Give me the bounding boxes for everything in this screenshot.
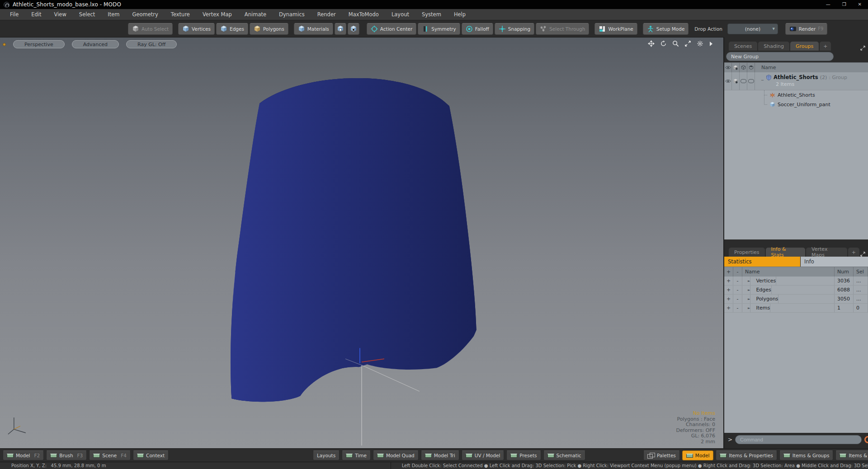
row-expand-button[interactable]: + [724,295,733,303]
stats-row-edges[interactable]: + - ►Edges 6088 ... [724,286,868,295]
presets-layout-button[interactable]: Presets [506,450,541,460]
menu-vertex-map[interactable]: Vertex Map [196,9,238,20]
edges-button[interactable]: Edges [216,23,248,35]
tab-advanced[interactable]: Advanced [72,40,119,48]
tree-item-soccer-uniform-pant[interactable]: Soccer_Uniform_pant [724,100,868,109]
items-shading-button[interactable]: Items & Shading [835,450,868,460]
subtab-statistics[interactable]: Statistics [724,257,800,267]
mode-model-button[interactable]: Model F2 [3,450,44,460]
items-groups-button[interactable]: Items & Groups [779,450,834,460]
pan-icon[interactable] [648,40,655,47]
tab-info-stats[interactable]: Info & Stats [766,248,805,257]
gear-icon[interactable] [697,40,703,47]
layouts-button[interactable]: Layouts [313,450,340,460]
select-column-icon[interactable] [747,63,755,72]
expand-menu-icon[interactable] [709,41,713,47]
row-arrow-icon[interactable]: ► [745,295,750,303]
tab-perspective[interactable]: Perspective [13,40,65,48]
workplane-button[interactable]: WorkPlane [594,23,637,35]
menu-dynamics[interactable]: Dynamics [273,9,311,20]
menu-layout[interactable]: Layout [385,9,415,20]
rotate-icon[interactable] [660,40,667,47]
select-mode-b-button[interactable] [348,23,359,35]
panel-expand-icon[interactable] [860,252,865,257]
row-arrow-icon[interactable]: ► [745,277,750,285]
model-tri-layout-button[interactable]: Model Tri [421,450,459,460]
row-collapse-button[interactable]: - [733,286,742,294]
auto-select-button[interactable]: Auto Select [128,23,173,35]
tab-properties[interactable]: Properties [729,248,765,257]
menu-edit[interactable]: Edit [25,9,47,20]
drop-action-select[interactable]: (none) ▼ [727,23,778,34]
group-row-athletic-shorts[interactable]: _ Athletic_Shorts (2) : Group 2 Items [724,72,868,90]
shorts-model[interactable] [0,38,723,448]
render-toggle-icon[interactable] [732,72,740,90]
mode-brush-button[interactable]: Brush F3 [46,450,87,460]
row-expand-button[interactable]: + [724,304,733,312]
add-tab-button[interactable]: + [820,42,831,51]
visibility-column-eye-icon[interactable] [724,63,732,72]
command-history-icon[interactable] [864,436,868,443]
row-collapse-button[interactable]: - [733,295,742,303]
toggle-checkbox[interactable] [740,72,747,90]
tab-scenes[interactable]: Scenes [729,42,757,51]
stats-row-polygons[interactable]: + - ►Polygons 3050 ... [724,295,868,304]
model-quad-layout-button[interactable]: Model Quad [373,450,419,460]
row-arrow-icon[interactable]: ► [745,286,750,294]
group-label-cell[interactable]: _ Athletic_Shorts (2) : Group 2 Items [755,72,868,90]
uv-model-layout-button[interactable]: UV / Model [462,450,505,460]
action-center-button[interactable]: Action Center [367,23,417,35]
row-arrow-icon[interactable]: ► [745,304,750,312]
add-tab-button[interactable]: + [848,248,859,257]
select-mode-a-button[interactable] [335,23,346,35]
menu-system[interactable]: System [415,9,448,20]
snapping-button[interactable]: Snapping [495,23,534,35]
select-through-button[interactable]: Select Through [536,23,589,35]
render-button[interactable]: Render F9 [785,23,828,35]
tab-vertex-maps[interactable]: Vertex Maps [806,248,847,257]
menu-help[interactable]: Help [448,9,472,20]
menu-file[interactable]: File [4,9,25,20]
new-group-button[interactable]: New Group [726,52,834,61]
tree-empty-area[interactable] [724,109,868,239]
panel-expand-icon[interactable] [860,46,865,51]
menu-render[interactable]: Render [311,9,342,20]
zoom-icon[interactable] [672,40,679,47]
row-collapse-button[interactable]: - [733,277,742,285]
panel-divider[interactable] [724,239,868,243]
menu-texture[interactable]: Texture [165,9,196,20]
lock-column-icon[interactable] [740,63,747,72]
menu-animate[interactable]: Animate [238,9,273,20]
workspace-model-button[interactable]: Model [682,450,714,460]
menu-view[interactable]: View [48,9,73,20]
command-input[interactable] [735,435,862,444]
tab-ray-gl[interactable]: Ray GL: Off [126,40,177,48]
mode-scene-button[interactable]: Scene F4 [89,450,131,460]
materials-button[interactable]: Materials [294,23,333,35]
palettes-button[interactable]: Palettes [643,450,680,460]
tree-item-athletic-shorts[interactable]: Athletic_Shorts [724,90,868,100]
row-expand-button[interactable]: + [724,277,733,285]
menu-maxtomodo[interactable]: MaxToModo [342,9,385,20]
maximize-button[interactable]: ❐ [842,0,846,9]
menu-select[interactable]: Select [73,9,101,20]
tab-groups[interactable]: Groups [790,42,819,51]
schematic-layout-button[interactable]: Schematic [543,450,585,460]
items-properties-button[interactable]: Items & Properties [716,450,777,460]
subtab-info[interactable]: Info [800,257,868,267]
polygons-button[interactable]: Polygons [250,23,288,35]
stats-row-items[interactable]: + - ►Items 1 0 [724,304,868,313]
maximize-viewport-icon[interactable] [684,40,691,47]
menu-geometry[interactable]: Geometry [126,9,165,20]
setup-mode-button[interactable]: Setup Mode [643,23,689,35]
row-collapse-button[interactable]: - [733,304,742,312]
close-button[interactable]: ✕ [858,0,862,9]
symmetry-button[interactable]: Symmetry [418,23,460,35]
collapse-icon[interactable]: _ [761,74,764,81]
viewport-3d[interactable]: Perspective Advanced Ray GL: Off No Item… [0,37,723,448]
stats-row-vertices[interactable]: + - ►Vertices 3036 ... [724,277,868,286]
toggle-checkbox[interactable] [747,72,755,90]
minimize-button[interactable]: — [826,0,830,9]
mode-context-button[interactable]: Context [133,450,169,460]
eye-icon[interactable] [724,72,732,90]
